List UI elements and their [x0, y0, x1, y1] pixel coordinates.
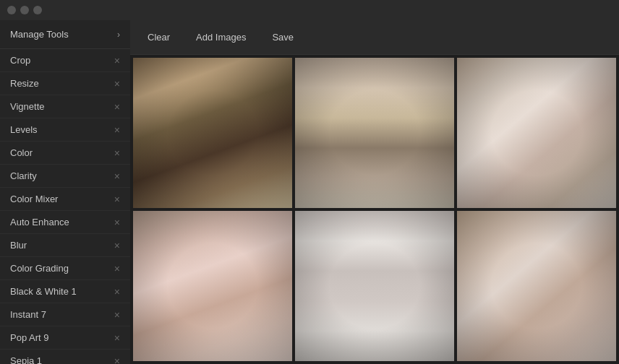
manage-tools-header[interactable]: Manage Tools ›	[0, 20, 130, 49]
content-area: Clear Add Images Save	[130, 20, 619, 364]
sidebar-item-label-clarity: Clarity	[10, 170, 37, 181]
image-cell-5[interactable]	[295, 211, 454, 361]
close-icon-vignette[interactable]: ×	[114, 102, 120, 112]
sidebar-item-label-vignette: Vignette	[10, 101, 44, 112]
add-images-button[interactable]: Add Images	[190, 29, 252, 46]
sidebar-item-label-sepia-1: Sepia 1	[10, 355, 42, 364]
maximize-button[interactable]	[33, 6, 42, 14]
sidebar-items-list: Crop×Resize×Vignette×Levels×Color×Clarit…	[0, 49, 130, 364]
close-icon-color-grading[interactable]: ×	[114, 264, 120, 274]
image-cell-1[interactable]	[133, 58, 292, 208]
sidebar-item-pop-art-9[interactable]: Pop Art 9×	[0, 326, 130, 350]
minimize-button[interactable]	[20, 6, 29, 14]
sidebar-item-label-color-grading: Color Grading	[10, 263, 69, 274]
sidebar-item-label-pop-art-9: Pop Art 9	[10, 332, 48, 343]
close-icon-blur[interactable]: ×	[114, 240, 120, 251]
close-button[interactable]	[7, 6, 16, 14]
sidebar-item-color-mixer[interactable]: Color Mixer×	[0, 188, 130, 211]
image-cell-6[interactable]	[457, 211, 616, 361]
close-icon-levels[interactable]: ×	[114, 125, 120, 135]
sidebar-item-instant-7[interactable]: Instant 7×	[0, 303, 130, 326]
sidebar-item-auto-enhance[interactable]: Auto Enhance×	[0, 211, 130, 234]
sidebar-item-crop[interactable]: Crop×	[0, 49, 130, 72]
sidebar-item-label-levels: Levels	[10, 124, 38, 135]
close-icon-pop-art-9[interactable]: ×	[114, 333, 120, 343]
sidebar-item-blur[interactable]: Blur×	[0, 234, 130, 257]
close-icon-color[interactable]: ×	[114, 148, 120, 158]
close-icon-auto-enhance[interactable]: ×	[114, 217, 120, 228]
close-icon-instant-7[interactable]: ×	[114, 310, 120, 320]
close-icon-sepia-1[interactable]: ×	[114, 356, 120, 365]
sidebar-item-vignette[interactable]: Vignette×	[0, 95, 130, 118]
sidebar-item-clarity[interactable]: Clarity×	[0, 165, 130, 188]
sidebar-item-sepia-1[interactable]: Sepia 1×	[0, 350, 130, 364]
traffic-lights	[7, 6, 42, 14]
sidebar-item-color-grading[interactable]: Color Grading×	[0, 257, 130, 280]
manage-tools-label: Manage Tools	[10, 29, 69, 40]
sidebar-item-black-white-1[interactable]: Black & White 1×	[0, 280, 130, 303]
close-icon-resize[interactable]: ×	[114, 79, 120, 89]
sidebar-item-resize[interactable]: Resize×	[0, 72, 130, 95]
sidebar-item-label-blur: Blur	[10, 240, 27, 251]
close-icon-color-mixer[interactable]: ×	[114, 194, 120, 204]
image-cell-2[interactable]	[295, 58, 454, 208]
chevron-right-icon: ›	[117, 30, 120, 40]
sidebar-item-label-resize: Resize	[10, 78, 39, 89]
sidebar-item-label-instant-7: Instant 7	[10, 309, 46, 320]
sidebar-item-label-color: Color	[10, 147, 33, 158]
sidebar: Manage Tools › Crop×Resize×Vignette×Leve…	[0, 20, 130, 364]
main-layout: Manage Tools › Crop×Resize×Vignette×Leve…	[0, 20, 619, 364]
image-grid	[130, 55, 619, 364]
close-icon-crop[interactable]: ×	[114, 56, 120, 66]
sidebar-item-label-color-mixer: Color Mixer	[10, 194, 58, 204]
sidebar-item-levels[interactable]: Levels×	[0, 118, 130, 142]
image-cell-4[interactable]	[133, 211, 292, 361]
close-icon-black-white-1[interactable]: ×	[114, 287, 120, 297]
sidebar-item-label-black-white-1: Black & White 1	[10, 286, 77, 297]
sidebar-item-label-crop: Crop	[10, 55, 30, 66]
toolbar: Clear Add Images Save	[130, 20, 619, 55]
clear-button[interactable]: Clear	[142, 29, 176, 46]
save-button[interactable]: Save	[266, 29, 299, 46]
sidebar-item-color[interactable]: Color×	[0, 142, 130, 165]
title-bar	[0, 0, 619, 20]
sidebar-item-label-auto-enhance: Auto Enhance	[10, 217, 69, 228]
image-cell-3[interactable]	[457, 58, 616, 208]
close-icon-clarity[interactable]: ×	[114, 171, 120, 181]
